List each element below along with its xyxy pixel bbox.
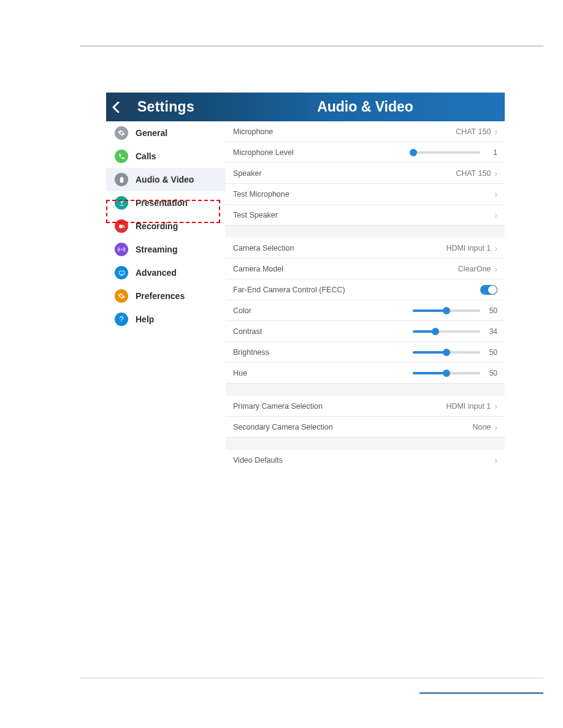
contrast-slider[interactable] — [413, 330, 480, 333]
setting-label: Camera Model — [233, 265, 283, 273]
brightness-slider[interactable] — [413, 351, 480, 354]
color-slider[interactable] — [413, 309, 480, 312]
setting-brightness: Brightness 50 — [226, 342, 505, 363]
setting-value: 1 — [484, 148, 497, 157]
sidebar-title: Settings — [106, 99, 226, 115]
setting-value: None — [472, 423, 491, 431]
sidebar-item-recording[interactable]: Recording — [106, 214, 226, 238]
setting-camera-model[interactable]: Camera Model ClearOne › — [226, 259, 505, 279]
sidebar-item-preferences[interactable]: Preferences — [106, 284, 226, 308]
setting-label: Video Defaults — [233, 456, 283, 464]
setting-label: Camera Selection — [233, 244, 294, 252]
setting-camera-selection[interactable]: Camera Selection HDMI input 1 › — [226, 238, 505, 259]
chevron-right-icon: › — [494, 264, 497, 274]
setting-value: CHAT 150 — [456, 169, 491, 178]
settings-content: Microphone CHAT 150 › Microphone Level 1… — [226, 121, 505, 468]
setting-value: 50 — [484, 369, 497, 377]
setting-contrast: Contrast 34 — [226, 321, 505, 342]
sidebar-item-label: Streaming — [136, 245, 177, 254]
chevron-right-icon: › — [494, 189, 497, 199]
setting-label: Microphone — [233, 127, 273, 136]
top-divider — [80, 45, 543, 47]
setting-label: Contrast — [233, 327, 262, 336]
setting-primary-camera[interactable]: Primary Camera Selection HDMI input 1 › — [226, 396, 505, 417]
setting-fecc: Far-End Camera Control (FECC) — [226, 279, 505, 300]
star-icon — [115, 289, 128, 303]
hue-slider[interactable] — [413, 372, 480, 374]
setting-test-speaker[interactable]: Test Speaker › — [226, 205, 505, 226]
setting-value: HDMI input 1 — [446, 402, 491, 411]
section-gap — [226, 438, 505, 450]
svg-rect-0 — [119, 224, 123, 228]
setting-color: Color 50 — [226, 300, 505, 321]
chevron-right-icon: › — [494, 401, 497, 411]
setting-label: Test Microphone — [233, 190, 289, 199]
chevron-right-icon: › — [494, 243, 497, 253]
setting-value: 50 — [484, 348, 497, 357]
monitor-icon — [115, 266, 128, 279]
sidebar-item-label: General — [136, 128, 167, 138]
document-page: manualshive.com Settings Audio & Video G… — [0, 0, 563, 728]
setting-label: Test Speaker — [233, 211, 278, 219]
help-icon: ? — [115, 313, 128, 326]
setting-test-microphone[interactable]: Test Microphone › — [226, 184, 505, 205]
sidebar-item-label: Calls — [136, 151, 156, 161]
fecc-toggle[interactable] — [480, 285, 497, 295]
section-gap — [226, 226, 505, 238]
sidebar-item-streaming[interactable]: Streaming — [106, 238, 226, 261]
header-left: Settings — [106, 93, 226, 121]
setting-label: Microphone Level — [233, 148, 294, 157]
gear-icon — [115, 126, 128, 140]
setting-label: Color — [233, 306, 251, 315]
setting-microphone[interactable]: Microphone CHAT 150 › — [226, 121, 505, 142]
sidebar-item-advanced[interactable]: Advanced — [106, 261, 226, 284]
chevron-right-icon: › — [494, 169, 497, 178]
setting-video-defaults[interactable]: Video Defaults › — [226, 450, 505, 468]
svg-point-1 — [121, 249, 122, 250]
screenshot-settings-app: Settings Audio & Video General Calls — [106, 93, 505, 468]
bottom-divider — [80, 678, 543, 678]
app-header: Settings Audio & Video — [106, 93, 505, 121]
setting-secondary-camera[interactable]: Secondary Camera Selection None › — [226, 417, 505, 438]
page-title: Audio & Video — [226, 93, 505, 121]
chevron-right-icon: › — [494, 455, 497, 465]
sidebar-item-label: Preferences — [136, 291, 185, 301]
app-body: General Calls Audio & Video — [106, 121, 505, 468]
setting-value: 34 — [484, 327, 497, 336]
setting-label: Primary Camera Selection — [233, 402, 323, 411]
setting-label: Secondary Camera Selection — [233, 423, 333, 431]
phone-icon — [115, 150, 128, 163]
setting-speaker[interactable]: Speaker CHAT 150 › — [226, 163, 505, 184]
sidebar: General Calls Audio & Video — [106, 121, 226, 468]
setting-microphone-level: Microphone Level 1 — [226, 142, 505, 163]
footer-accent-rule — [419, 692, 543, 694]
chevron-right-icon: › — [494, 127, 497, 137]
sidebar-item-label: Recording — [136, 221, 178, 231]
back-chevron-icon[interactable] — [112, 93, 120, 121]
setting-value: CHAT 150 — [456, 127, 491, 136]
setting-label: Speaker — [233, 169, 262, 178]
record-icon — [115, 219, 128, 233]
sidebar-item-label: Audio & Video — [136, 175, 194, 184]
sidebar-item-help[interactable]: ? Help — [106, 308, 226, 331]
mic-level-slider[interactable] — [413, 151, 480, 154]
setting-value: 50 — [484, 306, 497, 315]
setting-label: Brightness — [233, 348, 269, 357]
broadcast-icon — [115, 243, 128, 256]
setting-value: HDMI input 1 — [446, 244, 491, 252]
sidebar-item-label: Help — [136, 314, 154, 324]
section-gap — [226, 384, 505, 396]
setting-hue: Hue 50 — [226, 363, 505, 384]
chevron-right-icon: › — [494, 422, 497, 432]
clipboard-icon — [115, 173, 128, 186]
sidebar-item-calls[interactable]: Calls — [106, 145, 226, 168]
sidebar-item-label: Advanced — [136, 268, 177, 278]
upload-icon — [115, 196, 128, 210]
chevron-right-icon: › — [494, 210, 497, 220]
setting-label: Hue — [233, 369, 247, 377]
svg-rect-2 — [119, 271, 124, 275]
sidebar-item-presentation[interactable]: Presentation — [106, 191, 226, 214]
sidebar-item-general[interactable]: General — [106, 121, 226, 145]
sidebar-item-audio-video[interactable]: Audio & Video — [106, 168, 226, 191]
setting-value: ClearOne — [458, 265, 491, 273]
